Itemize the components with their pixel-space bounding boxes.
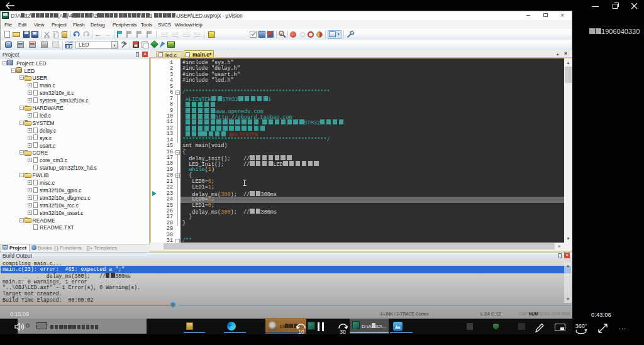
svg-text:30: 30 — [340, 329, 346, 334]
svg-text:10: 10 — [298, 329, 304, 334]
svg-text:360°: 360° — [575, 323, 587, 329]
